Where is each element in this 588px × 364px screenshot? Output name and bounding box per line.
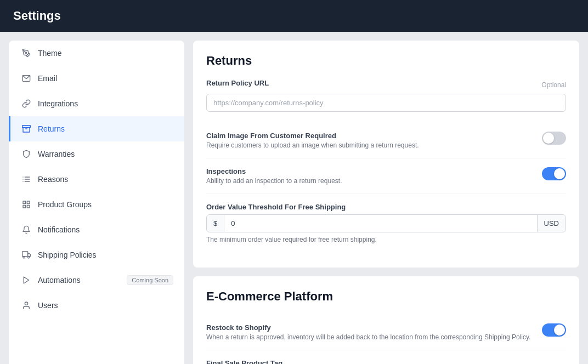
return-policy-url-label: Return Policy URL [206, 79, 269, 87]
sidebar: Theme Email Integrations Returns [9, 41, 184, 364]
app-title: Settings [13, 9, 61, 22]
list-icon [21, 174, 31, 184]
content-area: Returns Return Policy URL Optional Claim… [193, 41, 579, 364]
svg-point-19 [25, 302, 27, 305]
optional-label: Optional [541, 81, 566, 89]
brush-icon [21, 48, 31, 58]
link-icon [21, 99, 31, 109]
sidebar-label-warranties: Warranties [38, 150, 75, 158]
inspections-row: Inspections Ability to add an inspection… [206, 158, 566, 194]
final-sale-tag-field: Final Sale Product Tag [206, 359, 566, 364]
grid-icon [21, 200, 31, 209]
sidebar-item-integrations[interactable]: Integrations [9, 91, 184, 116]
user-icon [21, 300, 31, 310]
order-threshold-helper: The minimum order value required for fre… [206, 236, 566, 243]
restock-shopify-toggle-knob [554, 325, 565, 335]
sidebar-label-shipping-policies: Shipping Policies [38, 251, 97, 259]
box-icon [21, 124, 31, 134]
sidebar-item-warranties[interactable]: Warranties [9, 141, 184, 167]
sidebar-label-email: Email [38, 74, 57, 83]
sidebar-label-product-groups: Product Groups [38, 200, 92, 209]
sidebar-label-notifications: Notifications [38, 225, 80, 234]
sidebar-item-theme[interactable]: Theme [9, 41, 184, 66]
order-threshold-input[interactable] [224, 215, 536, 232]
sidebar-item-reasons[interactable]: Reasons [9, 167, 184, 192]
currency-suffix: USD [537, 215, 566, 232]
claim-image-row: Claim Image From Customer Required Requi… [206, 123, 566, 158]
svg-rect-10 [23, 201, 26, 204]
ecommerce-card: E-Commerce Platform Restock to Shopify W… [193, 276, 579, 364]
restock-shopify-title: Restock to Shopify [206, 323, 530, 332]
sidebar-label-automations: Automations [38, 276, 81, 285]
play-icon [21, 275, 31, 285]
final-sale-tag-label: Final Sale Product Tag [206, 359, 566, 364]
svg-marker-15 [28, 253, 31, 256]
order-threshold-field: Order Value Threshold For Free Shipping … [206, 203, 566, 243]
sidebar-item-notifications[interactable]: Notifications [9, 217, 184, 242]
sidebar-item-email[interactable]: Email [9, 66, 184, 91]
coming-soon-badge: Coming Soon [127, 275, 173, 285]
currency-input-wrap: $ USD [206, 214, 566, 232]
restock-shopify-toggle[interactable] [542, 323, 566, 337]
app-header: Settings [0, 0, 588, 32]
sidebar-item-automations[interactable]: Automations Coming Soon [9, 268, 184, 293]
claim-image-desc: Require customers to upload an image whe… [206, 141, 419, 149]
returns-title: Returns [206, 54, 566, 68]
claim-image-title: Claim Image From Customer Required [206, 132, 419, 140]
inspections-desc: Ability to add an inspection to a return… [206, 177, 342, 185]
svg-point-16 [23, 257, 25, 258]
claim-image-toggle[interactable] [542, 132, 566, 145]
svg-rect-12 [27, 205, 30, 208]
ecommerce-title: E-Commerce Platform [206, 289, 566, 304]
svg-rect-14 [22, 252, 28, 257]
claim-image-toggle-knob [543, 133, 554, 144]
sidebar-label-integrations: Integrations [38, 99, 78, 108]
sidebar-item-product-groups[interactable]: Product Groups [9, 192, 184, 217]
shield-icon [21, 149, 31, 159]
sidebar-item-users[interactable]: Users [9, 293, 184, 318]
return-policy-url-input[interactable] [206, 94, 566, 112]
sidebar-label-returns: Returns [38, 124, 65, 133]
restock-shopify-desc: When a return is approved, inventory wil… [206, 333, 530, 341]
sidebar-label-reasons: Reasons [38, 175, 68, 184]
inspections-toggle-knob [554, 168, 565, 179]
svg-point-0 [25, 52, 27, 54]
sidebar-label-users: Users [38, 301, 58, 310]
bell-icon [21, 225, 31, 235]
svg-rect-11 [27, 201, 30, 204]
inspections-title: Inspections [206, 167, 342, 175]
order-threshold-label: Order Value Threshold For Free Shipping [206, 203, 566, 211]
truck-icon [21, 250, 31, 260]
return-policy-url-field: Return Policy URL Optional [206, 79, 566, 112]
svg-rect-2 [22, 126, 31, 127]
mail-icon [21, 73, 31, 83]
sidebar-item-shipping-policies[interactable]: Shipping Policies [9, 242, 184, 268]
currency-prefix: $ [207, 215, 224, 232]
svg-rect-13 [23, 205, 26, 208]
inspections-toggle[interactable] [542, 167, 566, 180]
returns-card: Returns Return Policy URL Optional Claim… [193, 41, 579, 268]
sidebar-label-theme: Theme [38, 49, 62, 58]
restock-shopify-row: Restock to Shopify When a return is appr… [206, 315, 566, 350]
svg-point-17 [28, 257, 30, 258]
svg-marker-18 [24, 277, 29, 283]
sidebar-item-returns[interactable]: Returns [9, 116, 184, 141]
